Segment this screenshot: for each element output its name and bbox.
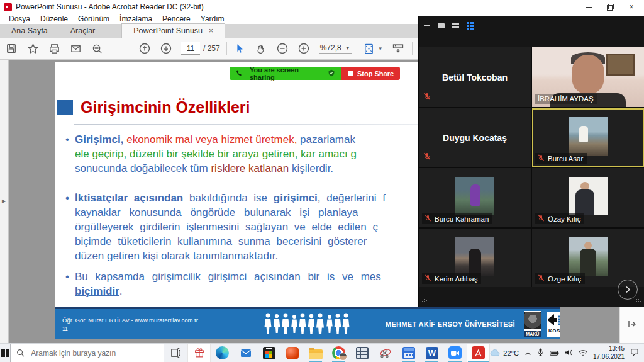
speaker-view-icon[interactable] [438, 23, 445, 28]
expand-left-pane-icon[interactable]: ▶ [2, 198, 6, 204]
participant-tile[interactable]: Özay Kılıç [532, 168, 644, 227]
hand-tool-icon[interactable] [255, 42, 267, 55]
fit-page-icon[interactable] [363, 42, 375, 55]
tab-home[interactable]: Ana Sayfa [0, 24, 59, 38]
restore-button[interactable] [606, 3, 614, 11]
strip-view-icon[interactable] [452, 23, 459, 28]
text-run: Bu kapsamda girişimcilik girişimci açısı… [75, 271, 381, 283]
snipping-tool-icon[interactable] [374, 344, 397, 362]
kosgeb-logo: KOSGEB [547, 312, 560, 337]
maku-label: MAKÜ [524, 331, 541, 337]
select-tool-icon[interactable] [233, 42, 246, 55]
acrobat-app-icon [4, 3, 12, 11]
resize-handle-left-icon[interactable] [421, 293, 429, 305]
mic-muted-icon [425, 215, 431, 223]
gallery-view-icon[interactable] [467, 22, 474, 30]
minimize-button[interactable] [585, 3, 592, 11]
battery-tray-icon[interactable] [550, 348, 559, 359]
task-view-button[interactable] [164, 344, 187, 362]
screen-share-banner: You are screen sharing Stop Share [230, 67, 400, 80]
save-icon[interactable] [5, 42, 18, 55]
taskbar-search[interactable] [10, 344, 164, 362]
tab-document[interactable]: PowerPoint Sunusu × [121, 23, 225, 38]
menu-gorunum[interactable]: Görünüm [73, 14, 114, 23]
action-center-icon[interactable] [630, 348, 639, 359]
bullet: • [65, 132, 69, 147]
resize-handle-right-icon[interactable] [634, 293, 641, 305]
close-button[interactable]: × [628, 3, 635, 11]
taskbar-clock[interactable]: 13:45 17.06.2021 [593, 345, 625, 361]
weather-temp: 22°C [503, 349, 519, 357]
menu-yardim[interactable]: Yardım [196, 14, 230, 23]
participant-tile[interactable]: Özge Kılıç [532, 229, 644, 287]
chevron-down-icon[interactable]: ▼ [378, 46, 383, 52]
calculator-icon[interactable] [350, 344, 374, 362]
text-run: . [119, 285, 123, 297]
menu-dosya[interactable]: Dosya [4, 14, 35, 23]
window-title: PowerPoint Sunusu - Adobe Acrobat Reader… [16, 3, 204, 11]
previous-page-icon[interactable] [138, 42, 151, 55]
participant-tile[interactable]: Duygu Kocataş [419, 108, 531, 167]
zoom-app-icon[interactable] [443, 344, 467, 362]
weather-widget[interactable]: 22°C [490, 349, 519, 357]
zoom-out-icon[interactable] [276, 42, 289, 55]
participant-photo [569, 177, 608, 215]
volume-tray-icon[interactable] [565, 348, 573, 359]
text-run: , değerlerini f [318, 192, 386, 204]
menu-duzenle[interactable]: Düzenle [35, 14, 73, 23]
mic-muted-icon [538, 154, 545, 162]
zoom-in-icon[interactable] [297, 42, 310, 55]
mail-icon[interactable] [234, 344, 257, 362]
text-run: risklere katlanan [211, 162, 292, 174]
maku-logo: MAKÜ [524, 311, 541, 337]
word-icon[interactable]: W [420, 344, 443, 362]
menu-imzalama[interactable]: İmzalama [114, 14, 157, 23]
acrobat-taskbar-icon[interactable] [467, 344, 490, 362]
zoom-level-select[interactable]: %72,8 ▼ [319, 43, 352, 54]
stop-share-button[interactable]: Stop Share [341, 67, 400, 80]
taskbar: W 22°C [0, 343, 644, 362]
expand-right-pane-icon[interactable] [627, 320, 637, 331]
participant-photo [569, 237, 608, 276]
file-explorer-icon[interactable] [304, 344, 327, 362]
participant-photo [569, 117, 608, 156]
mic-muted-icon [538, 274, 545, 283]
text-run: ekonomik mal veya hizmet üretmek, [123, 133, 297, 145]
email-icon[interactable] [69, 42, 82, 55]
chrome-icon[interactable] [327, 344, 350, 362]
zoom-level-value: %72,8 [320, 43, 341, 52]
search-input[interactable] [30, 348, 158, 358]
wifi-tray-icon[interactable] [579, 348, 587, 359]
participant-tile[interactable]: İBRAHİM AYDAŞ [532, 47, 644, 107]
zoom-meeting-panel: Betül Tokcoban İBRAHİM AYDAŞ Duygu Kocat… [419, 16, 644, 307]
page-number-input[interactable] [181, 42, 200, 55]
search-icon [16, 349, 25, 357]
microphone-tray-icon[interactable] [537, 348, 544, 359]
participant-tile[interactable]: Burcu Kahraman [419, 168, 531, 227]
zoom-minimize-icon[interactable] [424, 25, 430, 26]
footer-author: Öğr. Gör. Murat ERTİLAV - www.muratertil… [62, 317, 207, 324]
office-icon[interactable] [280, 344, 304, 362]
ruler-tool-icon[interactable] [392, 42, 404, 55]
participant-name: Kerim Adıbaş [435, 275, 477, 283]
windows-logo-icon [1, 349, 9, 357]
start-button[interactable] [0, 344, 10, 362]
next-page-icon[interactable] [160, 42, 172, 55]
search-icon[interactable] [91, 42, 103, 55]
participant-tile[interactable]: Burcu Asar [532, 108, 644, 167]
menu-pencere[interactable]: Pencere [157, 14, 196, 23]
edge-icon[interactable] [211, 344, 234, 362]
participant-tile[interactable]: Kerim Adıbaş [419, 229, 531, 287]
tab-tools[interactable]: Araçlar [59, 24, 107, 38]
star-icon[interactable] [26, 42, 39, 55]
participant-tile[interactable]: Betül Tokcoban [419, 47, 531, 107]
hidden-icons-chevron[interactable] [525, 348, 531, 359]
chrome-profile-avatar [339, 353, 347, 361]
microsoft-store-icon[interactable] [257, 344, 280, 362]
print-icon[interactable] [48, 42, 60, 55]
gift-app-icon[interactable] [187, 344, 211, 362]
participant-grid: Betül Tokcoban İBRAHİM AYDAŞ Duygu Kocat… [419, 47, 644, 287]
share-banner-green: You are screen sharing [230, 67, 341, 80]
tab-close-icon[interactable]: × [209, 26, 213, 35]
calendar-icon[interactable] [397, 344, 420, 362]
